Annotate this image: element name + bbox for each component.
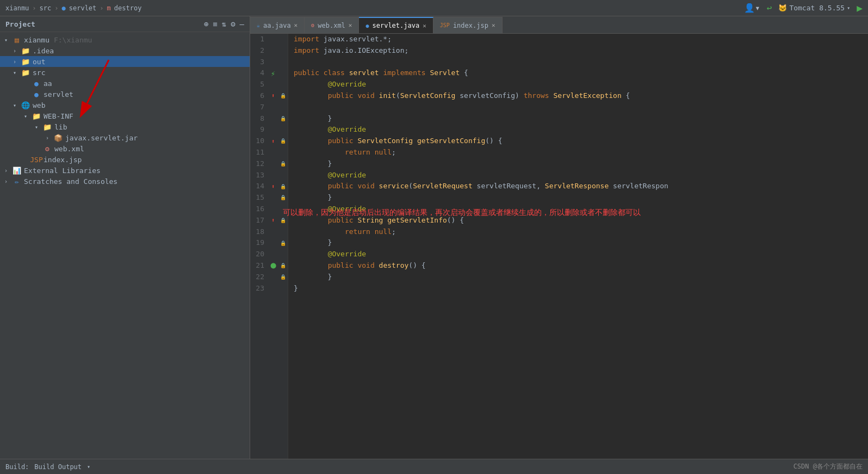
ln-12: 12 — [253, 158, 264, 170]
tomcat-config[interactable]: 🐱 Tomcat 8.5.55 ▾ — [778, 4, 850, 12]
csdn-watermark: CSDN @各个方面都自在 — [793, 462, 863, 471]
expand-icon[interactable]: ⇅ — [222, 20, 226, 28]
code-line-12: } — [294, 158, 863, 170]
ln-20: 20 — [253, 249, 264, 260]
lock-11 — [278, 147, 287, 158]
marker-16 — [268, 204, 278, 215]
tab-aa[interactable]: ☕ aa.java ✕ — [250, 17, 305, 33]
code-editor[interactable]: 1 2 3 4 5 6 7 8 9 10 11 12 13 14 15 16 1 — [250, 34, 868, 459]
tab-aa-close[interactable]: ✕ — [294, 22, 298, 29]
arrow-javax: › — [46, 135, 53, 141]
tree-item-webinf[interactable]: ▾ 📁 WEB-INF — [0, 110, 250, 121]
code-line-16: @Override — [294, 204, 863, 215]
locate-icon[interactable]: ⊕ — [204, 20, 208, 28]
indexjsp-label: index.jsp — [44, 156, 82, 164]
tree-item-out[interactable]: › 📁 out — [0, 56, 250, 67]
code-line-15: } — [294, 192, 863, 204]
sidebar-icons: ⊕ ≡ ⇅ ⚙ — — [204, 20, 244, 28]
tree-item-aa[interactable]: ● aa — [0, 78, 250, 89]
tree-item-scratches[interactable]: › ✏ Scratches and Consoles — [0, 176, 250, 187]
marker-20 — [268, 249, 278, 260]
web-label: web — [33, 101, 45, 109]
sidebar-tree: ▾ ▤ xianmu F:\xianmu › 📁 .idea › 📁 out — [0, 32, 250, 459]
ln-14: 14 — [253, 181, 264, 192]
ann-override-13: @Override — [328, 170, 366, 181]
tree-item-webxml[interactable]: ⚙ web.xml — [0, 143, 250, 154]
ln-7: 7 — [253, 102, 264, 113]
line-numbers: 1 2 3 4 5 6 7 8 9 10 11 12 13 14 15 16 1 — [250, 34, 268, 459]
breadcrumb-servlet: servlet — [69, 4, 97, 12]
editor-area: ☕ aa.java ✕ ⚙ web.xml ✕ ● servlet.java ✕… — [250, 16, 868, 459]
tree-item-web[interactable]: ▾ 🌐 web — [0, 100, 250, 110]
tab-aa-icon: ☕ — [257, 22, 260, 28]
marker-5 — [268, 79, 278, 90]
out-label: out — [33, 58, 45, 66]
arrow-idea: › — [13, 48, 21, 54]
code-line-20: @Override — [294, 249, 863, 260]
collapse-all-icon[interactable]: ≡ — [213, 20, 217, 28]
sep3: › — [100, 4, 103, 12]
tab-servlet[interactable]: ● servlet.java ✕ — [359, 17, 433, 33]
marker-15 — [268, 192, 278, 204]
tree-item-idea[interactable]: › 📁 .idea — [0, 45, 250, 56]
ln-13: 13 — [253, 170, 264, 181]
build-output-arrow[interactable]: ▾ — [87, 464, 90, 470]
lock-19: 🔒 — [278, 237, 287, 249]
xianmu-module-icon: ▤ — [12, 35, 22, 44]
ann-override-9: @Override — [328, 124, 366, 136]
code-line-3 — [294, 57, 863, 68]
locks-col: 🔒 🔒 🔒 🔒 🔒 🔒 🔒 🔒 🔒 🔒 — [278, 34, 287, 459]
tree-item-xianmu[interactable]: ▾ ▤ xianmu F:\xianmu — [0, 34, 250, 45]
tree-item-indexjsp[interactable]: JSP index.jsp — [0, 154, 250, 165]
code-line-7 — [294, 102, 863, 113]
lock-2 — [278, 45, 287, 57]
settings-icon[interactable]: ⚙ — [231, 20, 235, 28]
breadcrumb-servlet-icon: ● — [62, 4, 66, 12]
marker-10: ⬆ — [268, 136, 278, 147]
jar-icon: 📦 — [53, 133, 63, 142]
idea-label: .idea — [33, 47, 54, 55]
marker-2 — [268, 45, 278, 57]
back-icon[interactable]: ↩ — [767, 3, 772, 13]
tree-item-servlet[interactable]: ● servlet — [0, 89, 250, 100]
lib-folder-icon: 📁 — [42, 122, 52, 131]
tabs-bar: ☕ aa.java ✕ ⚙ web.xml ✕ ● servlet.java ✕… — [250, 16, 868, 34]
tab-webxml-close[interactable]: ✕ — [349, 22, 352, 29]
lock-14: 🔒 — [278, 181, 287, 192]
scratches-icon: ✏ — [12, 177, 22, 186]
ann-override-16: @Override — [328, 204, 366, 215]
tree-item-lib[interactable]: ▾ 📁 lib — [0, 121, 250, 132]
build-output[interactable]: Build Output — [34, 463, 82, 471]
marker-13 — [268, 170, 278, 181]
tree-item-extlibs[interactable]: › 📊 External Libraries — [0, 165, 250, 176]
marker-14: ⬆ — [268, 181, 278, 192]
lock-5 — [278, 79, 287, 90]
aa-label: aa — [44, 79, 52, 88]
user-icon[interactable]: 👤▾ — [744, 3, 760, 13]
left-gutter: 1 2 3 4 5 6 7 8 9 10 11 12 13 14 15 16 1 — [250, 34, 288, 459]
tab-webxml[interactable]: ⚙ web.xml ✕ — [305, 17, 359, 33]
ln-23: 23 — [253, 283, 264, 294]
tree-item-src[interactable]: ▾ 📁 src — [0, 67, 250, 78]
run-button[interactable]: ▶ — [857, 2, 863, 14]
aa-java-icon: ● — [32, 79, 41, 88]
lock-16 — [278, 204, 287, 215]
tree-item-javax[interactable]: › 📦 javax.servlet.jar — [0, 132, 250, 143]
code-line-1: import javax.servlet.*; — [294, 34, 863, 45]
breadcrumb: xianmu › src › ● servlet › m destroy — [5, 4, 141, 12]
hide-icon[interactable]: — — [240, 20, 244, 28]
tab-servlet-close[interactable]: ✕ — [423, 22, 426, 29]
code-content[interactable]: import javax.servlet.*; import java.io.I… — [288, 34, 868, 459]
arrow-lib: ▾ — [35, 124, 42, 130]
lock-13 — [278, 170, 287, 181]
kw-public-4: public — [294, 67, 324, 79]
tab-servlet-label: servlet.java — [373, 22, 420, 29]
ln-19: 19 — [253, 237, 264, 249]
tomcat-dropdown-icon[interactable]: ▾ — [847, 5, 850, 11]
code-line-8: } — [294, 113, 863, 125]
tab-indexjsp[interactable]: JSP index.jsp ✕ — [433, 17, 503, 33]
marker-21: ⬤ — [268, 260, 278, 272]
markers-col: ⚡ ⬆ ⬆ ⬆ ⬆ ⬤ — [268, 34, 278, 459]
ln-17: 17 — [253, 215, 264, 226]
tab-indexjsp-close[interactable]: ✕ — [492, 22, 495, 29]
